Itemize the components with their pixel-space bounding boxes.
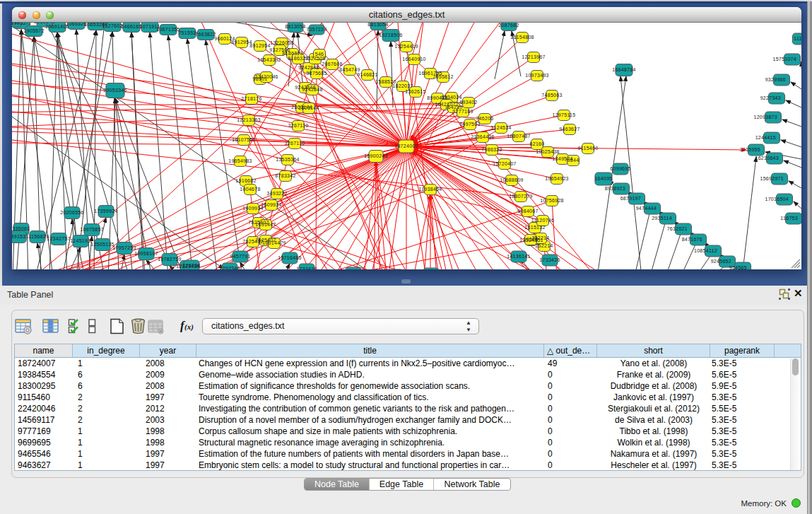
svg-text:17016504: 17016504 (765, 197, 789, 201)
svg-text:746206: 746206 (476, 116, 493, 121)
svg-text:1527602: 1527602 (102, 23, 122, 28)
svg-text:2867608: 2867608 (322, 62, 342, 66)
svg-text:7357224: 7357224 (306, 27, 326, 32)
svg-text:8912954: 8912954 (249, 43, 270, 48)
svg-text:9115460: 9115460 (578, 146, 599, 151)
svg-text:12093873: 12093873 (753, 115, 777, 119)
svg-text:8783342: 8783342 (275, 173, 295, 178)
svg-text:1362615: 1362615 (405, 89, 425, 94)
svg-text:19654983: 19654983 (228, 158, 252, 163)
svg-text:8938923: 8938923 (605, 186, 625, 191)
svg-text:10671355: 10671355 (156, 27, 180, 32)
svg-text:19528: 19528 (524, 237, 539, 242)
svg-text:9242848: 9242848 (302, 87, 322, 92)
svg-text:6099695: 6099695 (610, 166, 630, 171)
svg-text:129234: 129234 (182, 263, 200, 268)
svg-text:12213363: 12213363 (237, 117, 261, 122)
svg-text:62160: 62160 (530, 141, 545, 146)
svg-text:7663822: 7663822 (195, 32, 216, 37)
svg-text:10807487: 10807487 (507, 134, 531, 139)
svg-text:7986322: 7986322 (481, 147, 502, 152)
svg-text:546: 546 (315, 52, 324, 57)
svg-text:15692971: 15692971 (760, 176, 784, 181)
svg-text:2718176: 2718176 (241, 96, 261, 101)
svg-text:164095: 164095 (594, 176, 612, 181)
svg-text:9474444: 9474444 (636, 206, 657, 211)
svg-text:11156829: 11156829 (26, 234, 49, 239)
svg-text:751553: 751553 (178, 30, 196, 35)
svg-text:17359924: 17359924 (94, 209, 118, 214)
svg-text:7625402: 7625402 (242, 239, 263, 244)
svg-text:1117: 1117 (794, 36, 801, 41)
svg-text:8454749: 8454749 (339, 67, 360, 72)
svg-text:9457791: 9457791 (230, 254, 250, 259)
svg-text:16640910: 16640910 (402, 57, 426, 62)
svg-text:6934024: 6934024 (441, 95, 461, 100)
svg-text:16154808: 16154808 (510, 35, 534, 40)
svg-text:9844: 9844 (567, 158, 579, 163)
svg-text:10688609: 10688609 (500, 177, 524, 182)
svg-text:1733426: 1733426 (539, 257, 560, 262)
svg-text:1916682: 1916682 (235, 178, 256, 183)
svg-text:21364436: 21364436 (471, 134, 495, 139)
svg-text:10025438: 10025438 (536, 149, 560, 154)
svg-text:10854112: 10854112 (694, 248, 717, 253)
svg-text:9084067: 9084067 (517, 209, 538, 214)
svg-text:11938454: 11938454 (418, 187, 442, 192)
svg-text:16543392: 16543392 (257, 57, 281, 62)
svg-text:10973493: 10973493 (525, 73, 549, 78)
svg-text:8912954: 8912954 (231, 40, 252, 45)
svg-text:6879197: 6879197 (620, 196, 641, 201)
svg-text:10975857: 10975857 (80, 227, 104, 232)
svg-text:9329966: 9329966 (765, 77, 786, 82)
svg-text:3875685: 3875685 (306, 71, 326, 76)
svg-text:1691447: 1691447 (255, 222, 276, 227)
svg-text:1409934: 1409934 (242, 206, 263, 211)
svg-text:1244415: 1244415 (755, 135, 776, 140)
svg-text:12505135: 12505135 (90, 242, 114, 247)
svg-text:1822037: 1822037 (392, 83, 413, 88)
svg-text:2935114: 2935114 (652, 216, 672, 221)
svg-text:8186323: 8186323 (282, 51, 302, 56)
svg-text:1609934: 1609934 (261, 202, 281, 207)
svg-text:3124534: 3124534 (490, 125, 511, 130)
svg-text:13254419: 13254419 (394, 44, 418, 49)
svg-text:18724007: 18724007 (394, 144, 418, 148)
svg-text:9463627: 9463627 (559, 127, 579, 132)
svg-text:16914479: 16914479 (262, 240, 286, 245)
svg-text:19218506: 19218506 (379, 33, 403, 37)
svg-text:16648784: 16648784 (612, 67, 636, 72)
svg-text:12342757: 12342757 (47, 236, 71, 241)
svg-text:2069140: 2069140 (34, 23, 54, 24)
svg-text:16210643: 16210643 (755, 156, 779, 160)
svg-text:20053346: 20053346 (103, 88, 127, 93)
svg-text:3267110: 3267110 (285, 141, 305, 146)
svg-text:7955812: 7955812 (433, 74, 453, 79)
svg-text:10958107: 10958107 (134, 251, 158, 256)
svg-text:22420046: 22420046 (254, 74, 278, 79)
svg-text:15720407: 15720407 (493, 161, 517, 166)
svg-text:1615132: 1615132 (524, 225, 545, 230)
svg-text:9327508: 9327508 (305, 56, 325, 61)
svg-text:(x): (x) (184, 322, 194, 332)
svg-text:15900243: 15900243 (364, 153, 388, 158)
svg-text:8813054: 8813054 (285, 24, 305, 29)
svg-text:19654923: 19654923 (545, 176, 569, 181)
svg-text:924565: 924565 (729, 265, 747, 269)
svg-text:7632621: 7632621 (667, 226, 688, 231)
svg-text:3493222: 3493222 (266, 191, 287, 196)
svg-text:9242848: 9242848 (298, 65, 319, 70)
svg-text:11120746: 11120746 (531, 218, 555, 223)
svg-text:3267110: 3267110 (288, 123, 309, 128)
svg-text:16782759: 16782759 (158, 257, 182, 262)
svg-text:17957253: 17957253 (112, 245, 136, 250)
svg-text:15751074: 15751074 (772, 57, 796, 62)
svg-text:9777169: 9777169 (452, 109, 473, 114)
svg-text:335061: 335061 (12, 226, 30, 231)
svg-text:1004678: 1004678 (240, 187, 260, 192)
svg-text:39153: 39153 (12, 234, 25, 239)
svg-text:6466160: 6466160 (121, 24, 141, 29)
svg-text:116753: 116753 (780, 216, 798, 221)
svg-text:15716485: 15716485 (278, 255, 302, 260)
svg-text:8471676: 8471676 (682, 237, 702, 242)
